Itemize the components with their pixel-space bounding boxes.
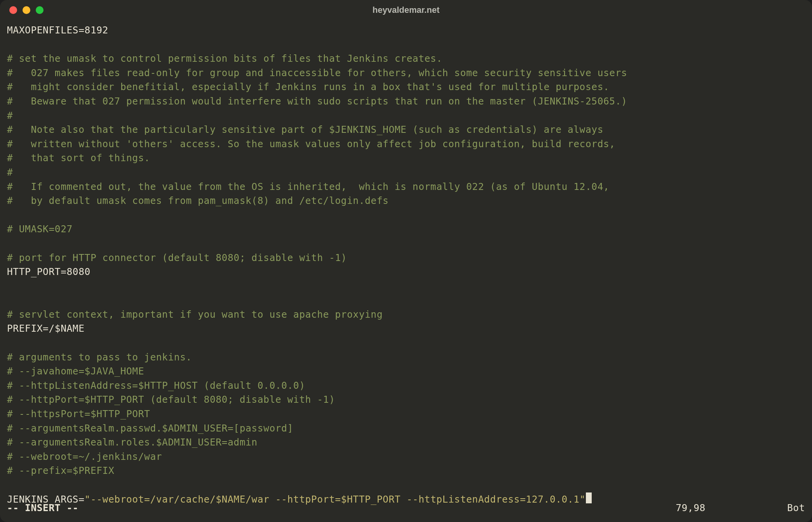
code-line: # --httpPort=$HTTP_PORT (default 8080; d…	[7, 393, 805, 407]
code-line: # that sort of things.	[7, 151, 805, 165]
assign-value: /$NAME	[49, 323, 84, 334]
code-line: # --prefix=$PREFIX	[7, 464, 805, 478]
vim-scroll-position: Bot	[787, 502, 805, 513]
vim-status-line: -- INSERT -- 79,98 Bot	[7, 502, 805, 513]
comment-text: # servlet context, important if you want…	[7, 309, 383, 320]
comment-text: # --webroot=~/.jenkins/war	[7, 451, 162, 462]
titlebar: heyvaldemar.net	[0, 0, 812, 20]
code-line: # --argumentsRealm.passwd.$ADMIN_USER=[p…	[7, 421, 805, 436]
assign-key: PREFIX	[7, 323, 43, 334]
window-title: heyvaldemar.net	[373, 5, 439, 15]
code-line: # --httpListenAddress=$HTTP_HOST (defaul…	[7, 379, 805, 393]
terminal-content[interactable]: MAXOPENFILES=8192# set the umask to cont…	[0, 20, 812, 506]
comment-text: # Note also that the particularly sensit…	[7, 124, 603, 135]
comment-text: # Beware that 027 permission would inter…	[7, 96, 627, 107]
code-line: # UMASK=027	[7, 222, 805, 237]
code-line: PREFIX=/$NAME	[7, 322, 805, 336]
comment-text: # by default umask comes from pam_umask(…	[7, 195, 389, 206]
comment-text: # arguments to pass to jenkins.	[7, 351, 192, 363]
code-line: # --argumentsRealm.roles.$ADMIN_USER=adm…	[7, 435, 805, 450]
comment-text: # set the umask to control permission bi…	[7, 53, 443, 64]
code-line: #	[7, 109, 805, 123]
code-line: HTTP_PORT=8080	[7, 265, 805, 279]
code-line: # --javahome=$JAVA_HOME	[7, 364, 805, 379]
comment-text: # port for HTTP connector (default 8080;…	[7, 252, 347, 263]
maximize-icon[interactable]	[36, 6, 44, 14]
assign-value: 8080	[67, 266, 91, 277]
close-icon[interactable]	[9, 6, 17, 14]
assign-key: MAXOPENFILES	[7, 24, 78, 36]
code-line	[7, 208, 805, 223]
comment-text: # --argumentsRealm.passwd.$ADMIN_USER=[p…	[7, 423, 293, 434]
comment-text: # 027 makes files read-only for group an…	[7, 67, 627, 78]
code-line: MAXOPENFILES=8192	[7, 23, 805, 38]
minimize-icon[interactable]	[23, 6, 30, 14]
assign-key: HTTP_PORT	[7, 266, 61, 277]
comment-text: # --httpsPort=$HTTP_PORT	[7, 408, 150, 419]
comment-text: # --argumentsRealm.roles.$ADMIN_USER=adm…	[7, 437, 258, 448]
comment-text: # written without 'others' access. So th…	[7, 138, 615, 150]
comment-text: # --httpPort=$HTTP_PORT (default 8080; d…	[7, 394, 335, 405]
code-line	[7, 279, 805, 294]
code-line: # arguments to pass to jenkins.	[7, 350, 805, 365]
comment-text: # might consider benefitial, especially …	[7, 81, 609, 92]
comment-text: # If commented out, the value from the O…	[7, 181, 609, 192]
code-line: # port for HTTP connector (default 8080;…	[7, 251, 805, 265]
code-line: # written without 'others' access. So th…	[7, 137, 805, 151]
code-line: #	[7, 165, 805, 180]
code-line	[7, 293, 805, 308]
code-line: # Beware that 027 permission would inter…	[7, 94, 805, 109]
comment-text: #	[7, 167, 13, 178]
code-line: # by default umask comes from pam_umask(…	[7, 194, 805, 208]
code-line: # --httpsPort=$HTTP_PORT	[7, 407, 805, 421]
assign-value: 8192	[85, 24, 108, 36]
code-line: # might consider benefitial, especially …	[7, 80, 805, 94]
code-line	[7, 38, 805, 52]
code-line: # 027 makes files read-only for group an…	[7, 66, 805, 80]
window-controls	[9, 6, 44, 14]
comment-text: #	[7, 110, 13, 121]
code-line: # servlet context, important if you want…	[7, 308, 805, 322]
comment-text: # UMASK=027	[7, 223, 73, 235]
code-line: # --webroot=~/.jenkins/war	[7, 450, 805, 464]
comment-text: # --prefix=$PREFIX	[7, 465, 114, 476]
comment-text: # that sort of things.	[7, 152, 150, 164]
terminal-window: heyvaldemar.net MAXOPENFILES=8192# set t…	[0, 0, 812, 522]
cursor	[586, 492, 592, 503]
code-line: # If commented out, the value from the O…	[7, 180, 805, 194]
code-line: # set the umask to control permission bi…	[7, 52, 805, 66]
code-line	[7, 478, 805, 492]
comment-text: # --httpListenAddress=$HTTP_HOST (defaul…	[7, 380, 305, 391]
code-line	[7, 336, 805, 350]
comment-text: # --javahome=$JAVA_HOME	[7, 365, 144, 377]
vim-mode: -- INSERT --	[7, 502, 78, 513]
vim-cursor-position: 79,98	[676, 502, 706, 513]
code-line: # Note also that the particularly sensit…	[7, 123, 805, 137]
code-line	[7, 237, 805, 251]
